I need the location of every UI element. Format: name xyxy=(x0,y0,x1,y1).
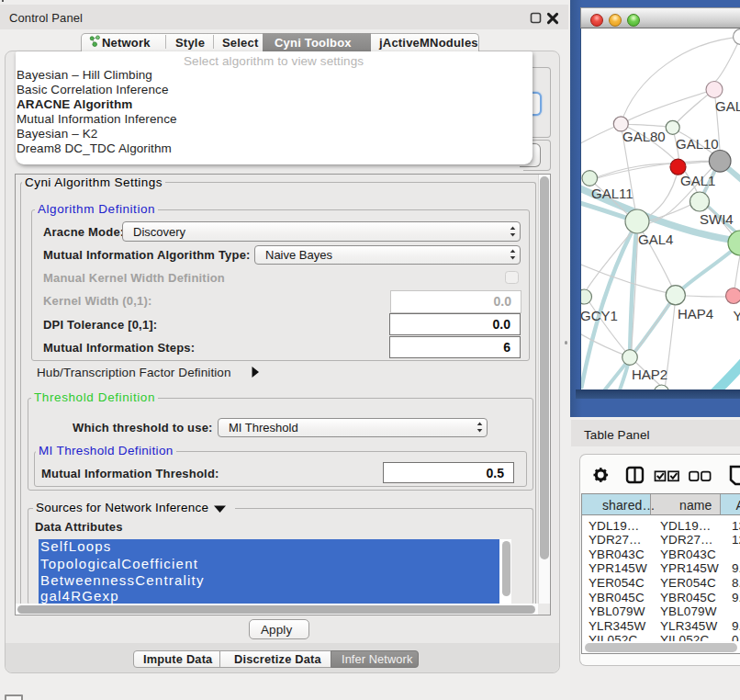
svg-text:GAL1: GAL1 xyxy=(680,173,715,188)
svg-text:YK: YK xyxy=(734,308,740,323)
svg-text:HAP2: HAP2 xyxy=(632,367,667,382)
svg-text:HAP4: HAP4 xyxy=(678,306,713,322)
svg-text:GAL4: GAL4 xyxy=(638,231,673,247)
svg-text:GAL80: GAL80 xyxy=(622,129,666,144)
svg-text:GAL10: GAL10 xyxy=(676,136,719,152)
svg-text:SWI4: SWI4 xyxy=(700,211,734,227)
svg-text:GAL2: GAL2 xyxy=(715,98,740,114)
svg-text:GCY1: GCY1 xyxy=(581,308,618,323)
svg-text:GAL11: GAL11 xyxy=(591,186,633,201)
